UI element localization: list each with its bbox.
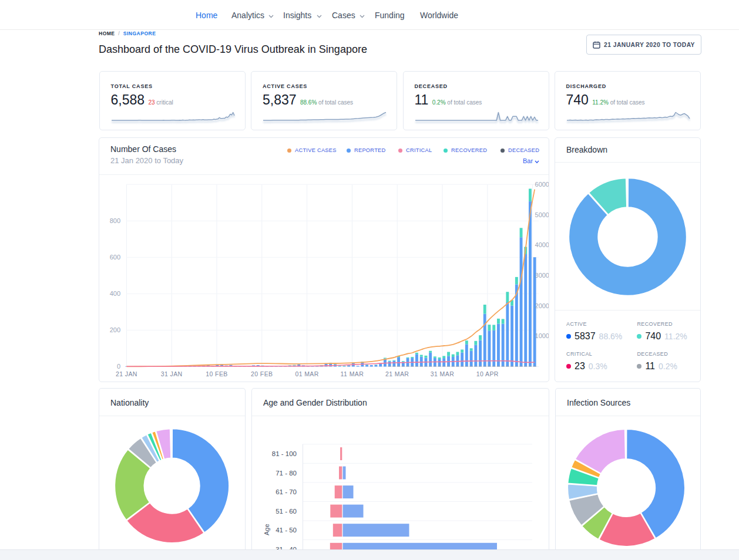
- svg-text:71 - 80: 71 - 80: [276, 470, 297, 477]
- svg-text:01 MAR: 01 MAR: [295, 370, 318, 377]
- svg-text:200: 200: [110, 326, 120, 333]
- svg-text:41 - 50: 41 - 50: [276, 527, 297, 534]
- svg-text:5000: 5000: [535, 211, 549, 218]
- svg-text:31 JAN: 31 JAN: [161, 370, 183, 377]
- svg-text:4000: 4000: [535, 241, 549, 248]
- svg-text:0: 0: [117, 363, 120, 370]
- svg-text:800: 800: [110, 217, 120, 224]
- svg-text:51 - 60: 51 - 60: [276, 508, 297, 515]
- svg-text:21 MAR: 21 MAR: [385, 370, 409, 377]
- svg-text:1000: 1000: [535, 332, 549, 339]
- svg-text:Age: Age: [263, 524, 270, 535]
- svg-text:3000: 3000: [535, 272, 549, 279]
- svg-text:81 - 100: 81 - 100: [272, 450, 297, 457]
- svg-text:6000: 6000: [535, 181, 549, 188]
- svg-text:10 FEB: 10 FEB: [206, 370, 227, 377]
- svg-text:400: 400: [110, 290, 120, 297]
- svg-text:600: 600: [110, 254, 120, 261]
- svg-text:2000: 2000: [535, 302, 549, 309]
- svg-text:10 APR: 10 APR: [476, 370, 499, 377]
- svg-text:21 JAN: 21 JAN: [116, 370, 137, 377]
- svg-text:20 FEB: 20 FEB: [251, 370, 273, 377]
- svg-text:11 MAR: 11 MAR: [341, 370, 364, 377]
- svg-text:61 - 70: 61 - 70: [276, 488, 297, 495]
- svg-text:31 MAR: 31 MAR: [431, 370, 454, 377]
